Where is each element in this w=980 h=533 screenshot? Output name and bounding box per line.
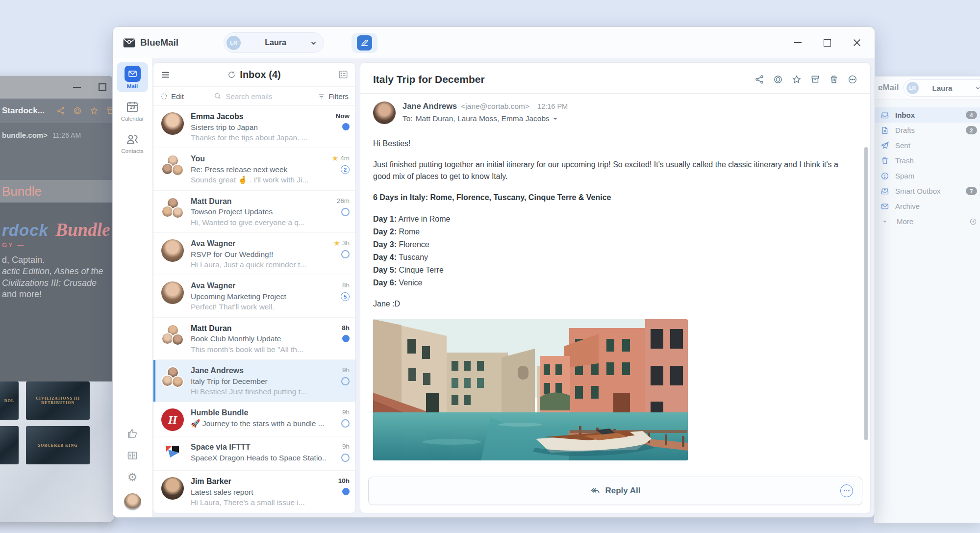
email-preview: Hi Besties! Just finished putting t... — [191, 386, 326, 397]
background-window-left[interactable]: Stardock... bundle.com>11:26 AM Bundle r… — [0, 76, 114, 522]
unread-dot[interactable] — [342, 488, 350, 495]
maximize-icon[interactable] — [99, 83, 106, 91]
star-icon[interactable] — [792, 75, 802, 84]
reply-all-button[interactable]: Reply All — [368, 477, 862, 505]
inbox-icon — [880, 111, 889, 120]
email-list-item[interactable]: Emma JacobsSisters trip to JapanThanks f… — [153, 106, 355, 148]
snooze-icon[interactable] — [773, 75, 783, 84]
folder-item-drafts[interactable]: Drafts2 — [874, 123, 980, 138]
email-time: ★4m — [332, 154, 350, 162]
background-window-right[interactable]: eMail LR Laura Inbox4Drafts2SentTrashSpa… — [874, 76, 980, 523]
account-switcher[interactable]: LR Laura — [904, 79, 980, 97]
folder-item-sent[interactable]: Sent — [874, 138, 980, 153]
read-status-circle[interactable] — [341, 454, 350, 462]
folder-item-spam[interactable]: Spam — [874, 168, 980, 183]
read-status-circle[interactable] — [341, 250, 350, 258]
email-list-item[interactable]: Ava WagnerUpcoming Marketing ProjectPerf… — [153, 275, 355, 317]
sidebar-item-mail[interactable]: Mail — [117, 62, 148, 92]
maximize-button[interactable] — [824, 39, 831, 47]
folder-badge: 7 — [966, 187, 977, 195]
email-list-item[interactable]: Matt DuranTowson Project UpdatesHi, Want… — [153, 191, 355, 233]
minimize-button[interactable] — [794, 42, 802, 43]
star-icon[interactable] — [90, 106, 99, 115]
search-box[interactable] — [184, 92, 318, 101]
email-list-item[interactable]: Jane AndrewsItaly Trip for DecemberHi Be… — [153, 360, 355, 402]
email-time: 10h — [338, 477, 350, 484]
email-list-item[interactable]: Space via IFTTTSpaceX Dragon Heads to Sp… — [153, 436, 355, 471]
email-list-item[interactable]: Matt DuranBook Club Monthly UpdateThis m… — [153, 318, 355, 360]
share-icon[interactable] — [56, 106, 65, 115]
app-title: BlueMail — [140, 37, 178, 48]
email-list-item[interactable]: YouRe: Press release next weekSounds gre… — [153, 148, 355, 190]
folder-item-inbox[interactable]: Inbox4 — [874, 107, 980, 123]
read-status-circle[interactable] — [341, 419, 350, 428]
email-subject: Re: Press release next week — [191, 164, 326, 175]
plus-circle-icon[interactable] — [969, 218, 977, 226]
itinerary-line: Day 5: Cinque Terre — [373, 264, 855, 277]
more-options-icon[interactable] — [848, 75, 857, 84]
email-subject: Latest sales report — [191, 487, 326, 497]
group-avatar — [161, 324, 184, 347]
left-window-body: rdock Bundle GY — d, Captain.actic Editi… — [0, 203, 114, 325]
unread-dot[interactable] — [342, 123, 350, 130]
itinerary-line: Day 4: Tuscany — [373, 251, 855, 264]
minimize-icon[interactable] — [73, 87, 81, 88]
close-button[interactable] — [853, 39, 861, 47]
trash-icon[interactable] — [829, 75, 839, 84]
share-icon[interactable] — [754, 75, 764, 84]
folder-item-more[interactable]: More — [874, 214, 980, 229]
hamburger-menu-icon[interactable] — [160, 70, 171, 80]
folder-label: Inbox — [895, 111, 915, 119]
body-signoff: Jane :D — [373, 298, 855, 310]
left-window-subject-bar: Stardock... — [0, 99, 114, 123]
email-list-item[interactable]: HHumble Bundle🚀 Journey to the stars wit… — [153, 402, 355, 436]
compose-button[interactable] — [352, 33, 377, 53]
folder-item-trash[interactable]: Trash — [874, 153, 980, 168]
thumbs-up-icon[interactable] — [126, 428, 138, 439]
read-status-circle[interactable] — [341, 208, 350, 216]
unread-dot[interactable] — [342, 335, 350, 342]
mail-icon — [125, 66, 141, 82]
sidebar-item-calendar[interactable]: 19 Calendar — [117, 96, 148, 125]
game-cover-thumbnail: ROL — [0, 381, 19, 420]
email-list-item[interactable]: Jim BarkerLatest sales reportHi Laura, T… — [153, 471, 355, 513]
folder-badge: 2 — [966, 126, 977, 134]
message-body: Hi Besties! Just finished putting togeth… — [360, 126, 870, 513]
read-status-circle[interactable] — [341, 377, 350, 385]
email-time: ★3h — [334, 239, 350, 247]
email-subject: Sisters trip to Japan — [191, 122, 326, 132]
email-sender: Space via IFTTT — [191, 442, 326, 453]
gear-icon[interactable]: ⚙ — [127, 472, 138, 483]
filters-button[interactable]: Filters — [318, 92, 349, 101]
email-list-item[interactable]: Ava WagnerRSVP for Our Wedding!!Hi Laura… — [153, 233, 355, 275]
sidebar-item-contacts[interactable]: Contacts — [117, 128, 148, 157]
search-input[interactable] — [225, 92, 288, 101]
folder-label: More — [897, 217, 913, 226]
drafts-icon — [880, 126, 889, 135]
folder-label: Sent — [895, 141, 910, 150]
email-time: 26m — [337, 197, 350, 204]
folder-item-smart-outbox[interactable]: Smart Outbox7 — [874, 183, 980, 199]
refresh-icon[interactable] — [227, 71, 236, 79]
folder-item-archive[interactable]: Archive — [874, 199, 980, 214]
account-switcher[interactable]: LR Laura — [224, 32, 324, 53]
desktop: Stardock... bundle.com>11:26 AM Bundle r… — [0, 0, 980, 533]
user-avatar[interactable] — [124, 493, 141, 510]
reading-mode-icon[interactable] — [338, 69, 349, 80]
reply-options-icon[interactable] — [840, 484, 853, 497]
snooze-icon[interactable] — [73, 106, 82, 115]
reading-pane: Italy Trip for December — [360, 62, 871, 513]
folder-label: Smart Outbox — [895, 187, 941, 195]
left-window-toolbar-icons — [56, 106, 114, 115]
scrollbar-thumb[interactable] — [864, 147, 868, 440]
news-feed-icon[interactable] — [126, 450, 138, 461]
recipients-line[interactable]: To: Matt Duran, Laura Moss, Emma Jacobs — [402, 114, 568, 123]
sender-avatar — [373, 102, 396, 124]
edit-button[interactable]: Edit — [160, 92, 184, 101]
archive-icon[interactable] — [810, 75, 820, 84]
folder-label: Spam — [895, 172, 914, 180]
read-status-circle[interactable]: 2 — [341, 165, 350, 174]
email-subject: Book Club Monthly Update — [191, 333, 326, 344]
email-subject: Upcoming Marketing Project — [191, 291, 326, 302]
read-status-circle[interactable]: 5 — [341, 292, 350, 301]
